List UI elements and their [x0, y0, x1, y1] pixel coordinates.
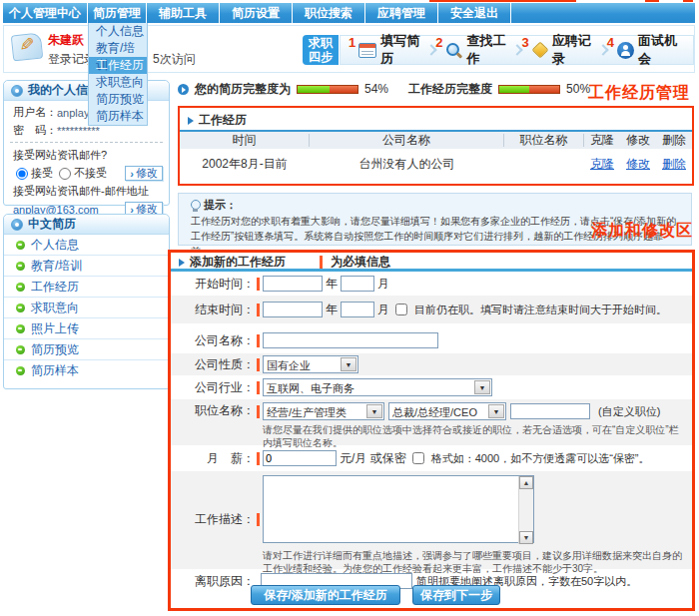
description-row: 工作描述： ▲▼ 请对工作进行详细而有重点地描述，强调参与了哪些重要项目，建议多…: [171, 471, 692, 569]
resume-panel-header: 中文简历: [4, 215, 169, 235]
company-nature-select[interactable]: 国有企业: [263, 355, 358, 373]
scrollbar[interactable]: ▲▼: [518, 476, 533, 544]
step-application-record[interactable]: 3 应聘记录: [521, 32, 598, 68]
nav-tab-job-search[interactable]: 职位搜索: [293, 3, 364, 23]
sidebar-item-resume-sample[interactable]: 简历样本: [4, 360, 169, 381]
step-interview-chance[interactable]: 4 面试机会: [607, 32, 685, 68]
start-month-input[interactable]: [341, 276, 374, 292]
col-position: 职位名称: [504, 134, 584, 147]
completeness-row: 您的简历完整度为 54% 工作经历完整度 50%: [178, 82, 590, 96]
search-icon: [445, 42, 462, 59]
step-label: 填写简历: [380, 32, 427, 68]
end-time-row: 结束时间： 年 月 目前仍在职。填写时请注意结束时间大于开始时间。: [171, 296, 692, 323]
menu-item-education[interactable]: 教育/培训: [89, 40, 147, 57]
menu-item-personal-info[interactable]: 个人信息: [89, 23, 147, 40]
end-month-input[interactable]: [341, 302, 374, 317]
work-completeness-value: 50%: [566, 82, 590, 96]
work-experience-list-box: 工作经历 时间 公司名称 职位名称 克隆 修改 删除 2002年8月-目前 台州…: [178, 106, 694, 186]
company-name-label: 公司名称：: [171, 332, 255, 349]
menu-item-job-intention[interactable]: 求职意向: [89, 74, 147, 91]
annotation-tick: [645, 0, 659, 2]
sidebar-item-photo-upload[interactable]: 照片上传: [4, 318, 169, 339]
salary-input[interactable]: [263, 450, 337, 466]
chinese-resume-panel: 中文简历 个人信息 教育/培训 工作经历 求职意向 照片上传 简历预览 简历样本: [3, 214, 170, 389]
nav-tab-application-management[interactable]: 应聘管理: [365, 3, 437, 23]
save-next-button[interactable]: 保存到下一步: [412, 585, 500, 605]
position-sub-select[interactable]: 总裁/总经理/CEO: [388, 402, 506, 420]
job-steps-bar: 1 填写简历 2 查找工作 3 应聘记录 4 面试机会: [340, 35, 694, 65]
scroll-down-icon[interactable]: ▼: [519, 531, 533, 544]
menu-item-resume-sample[interactable]: 简历样本: [89, 108, 147, 125]
year-suffix: 年: [326, 302, 338, 318]
mail-subscription-radios: 接受 不接受: [13, 166, 107, 181]
required-marker: [257, 452, 260, 465]
lamp-icon: [191, 200, 200, 212]
modify-button-label: 修改: [136, 166, 158, 181]
month-suffix: 月: [377, 276, 389, 293]
menu-item-work-experience[interactable]: 工作经历: [89, 57, 147, 74]
description-textarea[interactable]: [263, 475, 534, 543]
position-category-select[interactable]: 经营/生产管理类: [263, 402, 384, 420]
nav-tab-resume-management[interactable]: 简历管理: [88, 3, 146, 23]
nav-tab-tools[interactable]: 辅助工具: [147, 3, 219, 23]
sidebar-item-label: 教育/培训: [31, 258, 82, 275]
job-steps-badge: 求职 四步: [303, 35, 339, 65]
annotation-edit-region: 添加和修改区: [591, 221, 693, 242]
user-name: 朱建跃: [48, 32, 84, 49]
green-ball-icon: [16, 241, 25, 250]
start-time-label: 开始时间：: [171, 276, 255, 293]
position-sub-value: 总裁/总经理/CEO: [392, 406, 477, 418]
modify-subscription-button[interactable]: 修改: [125, 166, 163, 181]
menu-item-resume-preview[interactable]: 简历预览: [89, 91, 147, 108]
salary-row: 月 薪： 元/月 或保密 格式如：4000，如不方便透露可以选“保密”。: [171, 447, 692, 469]
end-year-input[interactable]: [263, 302, 323, 317]
tips-title: 提示：: [204, 198, 237, 213]
reject-radio[interactable]: [59, 168, 71, 180]
start-year-input[interactable]: [263, 276, 323, 292]
row-company: 台州没有人的公司: [310, 156, 504, 173]
position-row: 职位名称： 经营/生产管理类 总裁/总经理/CEO (自定义职位) 请您尽量在我…: [171, 399, 692, 445]
custom-position-input[interactable]: [510, 403, 590, 419]
delete-link[interactable]: 删除: [662, 156, 686, 173]
resume-completeness-value: 54%: [364, 82, 388, 96]
salary-label: 月 薪：: [171, 450, 255, 467]
company-nature-value: 国有企业: [267, 359, 311, 371]
sidebar-item-resume-preview[interactable]: 简历预览: [4, 339, 169, 360]
custom-position-note: (自定义职位): [598, 404, 660, 419]
sidebar-item-education[interactable]: 教育/培训: [4, 256, 169, 277]
company-industry-select[interactable]: 互联网、电子商务: [263, 378, 492, 396]
save-add-button[interactable]: 保存/添加新的工作经历: [251, 585, 400, 605]
sidebar-item-job-intention[interactable]: 求职意向: [4, 298, 169, 318]
sidebar-item-label: 工作经历: [31, 279, 79, 296]
nav-tab-personal-center[interactable]: 个人管理中心: [3, 3, 87, 23]
step-find-job[interactable]: 2 查找工作: [435, 32, 513, 68]
col-delete: 删除: [662, 132, 686, 149]
required-marker: [257, 334, 260, 347]
username-label: 用户名：: [13, 105, 57, 120]
step-number: 3: [521, 35, 528, 50]
col-modify: 修改: [626, 132, 650, 149]
salary-secret-checkbox[interactable]: [412, 452, 424, 464]
sidebar-item-work-experience[interactable]: 工作经历: [4, 277, 169, 298]
navbar-filler: [511, 3, 695, 23]
steps-badge-line2: 四步: [303, 50, 339, 64]
company-name-input[interactable]: [263, 332, 438, 348]
required-marker: [257, 358, 260, 371]
required-marker: [320, 256, 323, 269]
nav-tab-logout[interactable]: 安全退出: [438, 3, 510, 23]
sidebar-item-personal-info[interactable]: 个人信息: [4, 235, 169, 256]
company-name-row: 公司名称：: [171, 329, 692, 351]
position-help: 请您尽量在我们提供的职位选项中选择符合或接近的职位，若无合适选项，可在“自定义职…: [263, 423, 682, 449]
work-table-title-text: 工作经历: [199, 112, 247, 129]
step-fill-resume[interactable]: 1 填写简历: [349, 32, 427, 68]
clone-link[interactable]: 克隆: [590, 156, 614, 173]
nav-tab-resume-settings[interactable]: 简历设置: [220, 3, 292, 23]
work-table-header: 时间 公司名称 职位名称 克隆 修改 删除: [180, 130, 692, 149]
accept-radio[interactable]: [16, 168, 28, 180]
work-completeness-bar: [498, 85, 560, 94]
current-job-checkbox[interactable]: [395, 304, 407, 315]
scroll-up-icon[interactable]: ▲: [519, 476, 533, 489]
col-actions: 克隆 修改 删除: [584, 132, 692, 149]
description-label: 工作描述：: [171, 511, 255, 528]
modify-link[interactable]: 修改: [626, 156, 650, 173]
